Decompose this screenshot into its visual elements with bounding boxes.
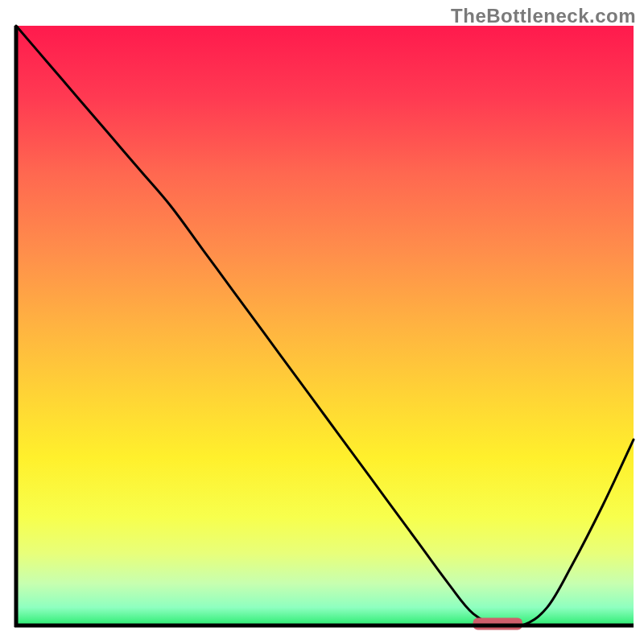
gradient-background (16, 26, 634, 625)
bottleneck-chart: TheBottleneck.com (0, 0, 644, 644)
chart-svg (0, 0, 644, 644)
watermark-text: TheBottleneck.com (451, 5, 636, 27)
